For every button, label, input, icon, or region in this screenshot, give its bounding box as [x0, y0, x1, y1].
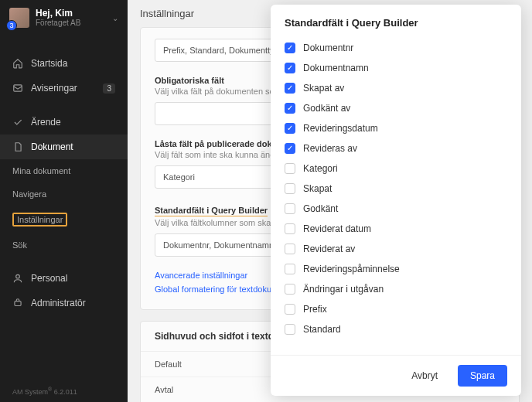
checkbox-row[interactable]: Dokumentnr	[285, 38, 507, 58]
user-greeting: Hej, Kim	[36, 8, 106, 19]
checkbox[interactable]	[285, 43, 295, 53]
checkbox[interactable]	[285, 183, 295, 194]
checkbox[interactable]	[285, 143, 295, 154]
checkbox-row[interactable]: Standard	[285, 319, 507, 339]
svg-rect-0	[14, 85, 22, 91]
svg-point-1	[16, 275, 20, 279]
checkbox[interactable]	[285, 103, 295, 114]
nav-dokument[interactable]: Dokument	[0, 135, 128, 159]
modal-title: Standardfält i Query Builder	[271, 5, 521, 38]
inbox-icon	[12, 83, 23, 94]
checkbox-label: Skapat av	[303, 83, 344, 94]
user-company: Företaget AB	[36, 19, 106, 28]
subnav-mina-dokument[interactable]: Mina dokument	[0, 159, 128, 182]
chevron-down-icon: ⌄	[112, 14, 118, 22]
modal-footer: Avbryt Spara	[271, 355, 521, 396]
checkbox[interactable]	[285, 304, 295, 315]
nav-aviseringar[interactable]: Aviseringar3	[0, 76, 128, 100]
checkbox-label: Revideringspåminnelse	[303, 264, 400, 274]
checkbox-label: Reviderat datum	[303, 223, 371, 234]
checkbox-row[interactable]: Godkänt av	[285, 98, 507, 118]
checkbox-label: Skapat	[303, 183, 332, 194]
checkbox-row[interactable]: Revideringsdatum	[285, 118, 507, 138]
modal: Standardfält i Query Builder DokumentnrD…	[271, 5, 521, 396]
checkbox-label: Revideringsdatum	[303, 123, 378, 134]
checkbox-row[interactable]: Kategori	[285, 158, 507, 179]
checkbox[interactable]	[285, 244, 295, 254]
nav-personal[interactable]: Personal	[0, 266, 128, 291]
checkbox[interactable]	[285, 324, 295, 335]
checkbox-label: Kategori	[303, 163, 338, 174]
subnav-navigera[interactable]: Navigera	[0, 182, 128, 206]
checkbox-label: Godkänt	[303, 203, 338, 214]
nav-badge: 3	[103, 83, 115, 94]
checkbox[interactable]	[285, 63, 295, 73]
nav-administratör[interactable]: Administratör	[0, 291, 128, 315]
check-icon	[12, 117, 23, 128]
checkbox[interactable]	[285, 203, 295, 214]
checkbox-label: Reviderat av	[303, 244, 355, 254]
checkbox-row[interactable]: Godkänt	[285, 199, 507, 219]
nav-startsida[interactable]: Startsida	[0, 51, 128, 76]
save-button[interactable]: Spara	[458, 365, 507, 387]
checkbox-label: Ändringar i utgåvan	[303, 284, 384, 295]
avatar: 3	[9, 8, 29, 28]
checkbox-row[interactable]: Revideringspåminnelse	[285, 259, 507, 279]
checkbox-row[interactable]: Prefix	[285, 299, 507, 319]
checkbox[interactable]	[285, 264, 295, 274]
nav: StartsidaAviseringar3ÄrendeDokumentMina …	[0, 36, 128, 380]
user-block[interactable]: 3 Hej, Kim Företaget AB ⌄	[0, 0, 128, 36]
checkbox-label: Dokumentnr	[303, 43, 353, 53]
checkbox-row[interactable]: Skapat av	[285, 78, 507, 98]
checkbox[interactable]	[285, 284, 295, 295]
checkbox-row[interactable]: Skapat	[285, 179, 507, 199]
checkbox-label: Revideras av	[303, 143, 357, 154]
subnav-inställningar[interactable]: Inställningar	[0, 206, 128, 233]
modal-body[interactable]: DokumentnrDokumentnamnSkapat avGodkänt a…	[271, 38, 521, 355]
subnav-sök[interactable]: Sök	[0, 233, 128, 257]
checkbox-row[interactable]: Reviderat av	[285, 239, 507, 259]
cancel-button[interactable]: Avbryt	[399, 365, 450, 387]
checkbox-row[interactable]: Dokumentnamn	[285, 58, 507, 78]
checkbox-row[interactable]: Revideras av	[285, 138, 507, 158]
admin-icon	[12, 298, 23, 308]
section-label: Standardfält i Query Builder	[155, 206, 268, 216]
nav-ärende[interactable]: Ärende	[0, 110, 128, 135]
checkbox-label: Godkänt av	[303, 103, 350, 114]
checkbox-row[interactable]: Reviderat datum	[285, 219, 507, 239]
checkbox-label: Prefix	[303, 304, 327, 315]
document-icon	[12, 141, 23, 152]
checkbox-label: Dokumentnamn	[303, 63, 369, 73]
sidebar: 3 Hej, Kim Företaget AB ⌄ StartsidaAvise…	[0, 0, 128, 402]
checkbox-row[interactable]: Ändringar i utgåvan	[285, 279, 507, 299]
avatar-badge: 3	[6, 20, 17, 31]
person-icon	[12, 273, 23, 284]
checkbox[interactable]	[285, 223, 295, 234]
home-icon	[12, 58, 23, 69]
footer: AM System® 6.2.011	[0, 380, 128, 402]
svg-rect-2	[15, 302, 21, 306]
checkbox[interactable]	[285, 123, 295, 134]
checkbox-label: Standard	[303, 324, 341, 335]
checkbox[interactable]	[285, 83, 295, 94]
checkbox[interactable]	[285, 163, 295, 174]
